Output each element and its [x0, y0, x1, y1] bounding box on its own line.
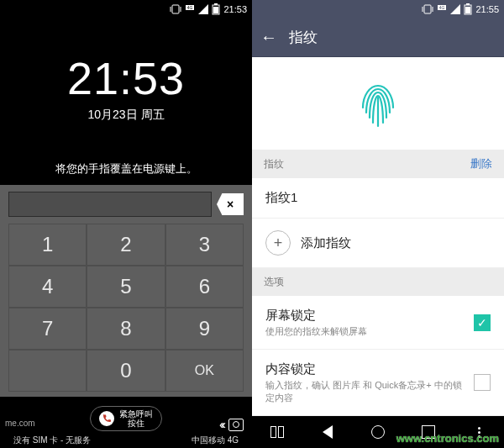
- svg-rect-16: [466, 3, 470, 5]
- lockscreen-right-controls: ‹‹‹: [219, 418, 244, 431]
- pin-input[interactable]: [8, 192, 212, 217]
- key-1[interactable]: 1: [8, 224, 87, 266]
- key-9[interactable]: 9: [165, 308, 244, 350]
- section-fingerprints: 指纹 删除: [252, 150, 504, 178]
- fingerprint-name: 指纹1: [265, 190, 297, 206]
- fingerprint-icon: [353, 74, 403, 133]
- screen-lock-checkbox[interactable]: ✓: [474, 314, 491, 331]
- network-icon: 4G: [437, 4, 447, 14]
- pin-display-row: ×: [8, 192, 244, 217]
- watermark: www.cntronics.com: [396, 432, 499, 445]
- key-8[interactable]: 8: [87, 308, 165, 350]
- key-4[interactable]: 4: [8, 266, 87, 308]
- lockscreen-phone: 4G 21:53 21:53 10月23日 周五 将您的手指覆盖在电源键上。 ×…: [0, 0, 252, 448]
- add-fingerprint-label: 添加指纹: [301, 235, 351, 251]
- key-3[interactable]: 3: [165, 224, 244, 266]
- sim-status-left: 没有 SIM 卡 - 无服务: [13, 435, 91, 446]
- status-time: 21:53: [223, 4, 247, 14]
- backspace-button[interactable]: ×: [217, 193, 244, 215]
- svg-text:4G: 4G: [439, 5, 445, 10]
- content-lock-checkbox[interactable]: [474, 374, 491, 391]
- clock-block: 21:53 10月23日 周五: [0, 52, 252, 123]
- key-7[interactable]: 7: [8, 308, 87, 350]
- nav-home-button[interactable]: [367, 421, 389, 443]
- key-5[interactable]: 5: [87, 266, 165, 308]
- svg-rect-7: [214, 3, 218, 5]
- plus-icon: +: [265, 230, 291, 256]
- camera-shortcut[interactable]: [228, 419, 244, 431]
- bottom-bar: 紧急呼叫按住: [0, 406, 252, 431]
- settings-phone: 4G 21:55 ← 指纹: [252, 0, 504, 448]
- sim-status-right: 中国移动 4G: [192, 435, 239, 446]
- battery-icon: [464, 3, 472, 15]
- status-time: 21:55: [475, 4, 499, 14]
- fingerprint-hint: 将您的手指覆盖在电源键上。: [0, 161, 252, 177]
- svg-rect-9: [424, 5, 431, 13]
- svg-text:4G: 4G: [187, 5, 193, 10]
- emergency-call-button[interactable]: 紧急呼叫按住: [90, 406, 162, 431]
- signal-icon: [450, 4, 460, 14]
- nav-back-button[interactable]: [317, 421, 339, 443]
- status-bar: 4G 21:53: [0, 0, 252, 18]
- settings-header: ← 指纹: [252, 18, 504, 57]
- battery-icon: [212, 3, 220, 15]
- screen-lock-sub: 使用您的指纹来解锁屏幕: [265, 325, 464, 337]
- svg-rect-17: [465, 7, 470, 13]
- back-button[interactable]: ←: [260, 28, 277, 47]
- status-bar: 4G 21:55: [252, 0, 504, 18]
- phone-icon: [99, 411, 114, 426]
- key-empty: [8, 350, 87, 392]
- section-label: 指纹: [264, 157, 284, 171]
- content-lock-title: 内容锁定: [265, 361, 464, 377]
- keypad-grid: 1 2 3 4 5 6 7 8 9 0 OK: [8, 224, 244, 392]
- key-2[interactable]: 2: [87, 224, 165, 266]
- key-6[interactable]: 6: [165, 266, 244, 308]
- signal-icon: [198, 4, 208, 14]
- vibrate-icon: [422, 4, 433, 14]
- clock-date: 10月23日 周五: [0, 108, 252, 123]
- svg-marker-14: [450, 4, 460, 14]
- emergency-text: 紧急呼叫按住: [119, 409, 153, 428]
- section-label: 选项: [264, 275, 284, 289]
- navigation-bar: www.cntronics.com: [252, 416, 504, 448]
- key-0[interactable]: 0: [87, 350, 165, 392]
- screen-lock-row[interactable]: 屏幕锁定 使用您的指纹来解锁屏幕 ✓: [252, 296, 504, 350]
- svg-rect-8: [213, 7, 218, 13]
- keypad-area: × 1 2 3 4 5 6 7 8 9 0 OK: [0, 185, 252, 397]
- delete-link[interactable]: 删除: [470, 156, 492, 171]
- nav-split-button[interactable]: [266, 421, 288, 443]
- clock-time: 21:53: [0, 52, 252, 104]
- network-icon: 4G: [185, 4, 195, 14]
- screen-lock-title: 屏幕锁定: [265, 308, 464, 324]
- chevron-left-icon[interactable]: ‹‹‹: [219, 418, 223, 431]
- page-title: 指纹: [289, 28, 318, 47]
- svg-marker-5: [198, 4, 208, 14]
- section-options: 选项: [252, 268, 504, 296]
- fingerprint-hero: [252, 57, 504, 150]
- key-ok[interactable]: OK: [165, 350, 244, 392]
- fingerprint-item-1[interactable]: 指纹1: [252, 178, 504, 219]
- vibrate-icon: [170, 4, 181, 14]
- content-lock-row[interactable]: 内容锁定 输入指纹，确认 图片库 和 Quick备忘录+ 中的锁定内容: [252, 350, 504, 416]
- svg-rect-0: [172, 5, 179, 13]
- content-lock-sub: 输入指纹，确认 图片库 和 Quick备忘录+ 中的锁定内容: [265, 379, 464, 403]
- add-fingerprint-row[interactable]: + 添加指纹: [252, 219, 504, 268]
- sim-info: 没有 SIM 卡 - 无服务 中国移动 4G: [0, 435, 252, 446]
